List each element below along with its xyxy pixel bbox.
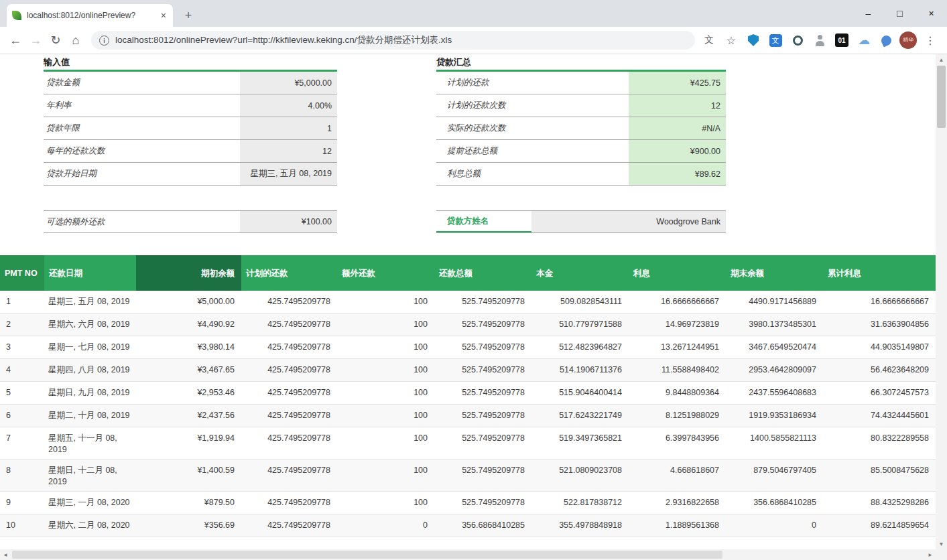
summary-row-label: 实际的还款次数 xyxy=(436,117,629,139)
table-cell: 3467.6549520474 xyxy=(726,336,823,358)
lender-row: 贷款方姓名 Woodgrove Bank xyxy=(436,210,726,233)
summary-row-label: 计划的还款次数 xyxy=(436,94,629,117)
summary-row: 提前还款总额¥900.00 xyxy=(436,140,726,163)
table-cell: 2.9316822658 xyxy=(629,492,726,514)
table-cell: 85.5008475628 xyxy=(823,460,936,491)
table-cell: 89.6214859654 xyxy=(823,514,936,537)
profile-avatar[interactable]: 精华 xyxy=(899,31,917,49)
table-cell: 13.2671244951 xyxy=(629,336,726,358)
extension-translate-icon[interactable]: 文 xyxy=(767,31,784,49)
table-cell: 31.6363904856 xyxy=(823,313,936,336)
table-cell: 9 xyxy=(0,492,44,514)
table-row: 5星期日, 九月 08, 2019¥2,953.46425.7495209778… xyxy=(0,382,936,405)
input-row: 年利率4.00% xyxy=(44,94,337,117)
table-cell: 355.4978848918 xyxy=(531,514,629,537)
horizontal-scrollbar[interactable]: ◄ ► xyxy=(0,549,936,560)
input-section: 输入值 贷款金额¥5,000.00年利率4.00%贷款年限1每年的还款次数12贷… xyxy=(44,56,337,233)
table-cell: 100 xyxy=(337,427,434,459)
table-cell: 1400.5855821113 xyxy=(726,427,823,459)
input-row-value: 1 xyxy=(240,117,337,139)
table-cell: 425.7495209778 xyxy=(241,359,337,381)
table-cell: 510.7797971588 xyxy=(531,313,629,336)
spreadsheet-preview: 输入值 贷款金额¥5,000.00年利率4.00%贷款年限1每年的还款次数12贷… xyxy=(0,54,947,560)
table-cell: 525.7495209778 xyxy=(434,359,531,381)
vertical-scroll-thumb[interactable] xyxy=(937,66,946,128)
extension-persona-icon[interactable] xyxy=(811,31,828,49)
back-icon[interactable]: ← xyxy=(5,30,25,50)
scroll-down-icon[interactable]: ▼ xyxy=(936,539,947,549)
minimize-button[interactable]: – xyxy=(853,0,884,27)
table-cell: 80.8322289558 xyxy=(823,427,936,459)
input-row-value: 12 xyxy=(240,140,337,162)
tab-close-icon[interactable]: × xyxy=(160,10,168,21)
vertical-scrollbar[interactable]: ▲ ▼ xyxy=(936,54,947,549)
table-cell: 425.7495209778 xyxy=(241,291,337,313)
extension-shield-icon[interactable] xyxy=(745,31,762,49)
table-cell: 星期一, 七月 08, 2019 xyxy=(44,336,136,358)
badge-01: 01 xyxy=(835,33,848,47)
summary-row-value: 12 xyxy=(629,94,726,117)
schedule-header-cell: 还款日期 xyxy=(44,255,136,291)
input-row: 每年的还款次数12 xyxy=(44,140,337,163)
kkfileview-favicon-icon xyxy=(12,11,21,20)
table-cell: 1919.9353186934 xyxy=(726,405,823,427)
table-cell: 525.7495209778 xyxy=(434,405,531,427)
table-cell: 425.7495209778 xyxy=(241,313,337,336)
table-cell: ¥1,400.59 xyxy=(136,460,241,491)
home-icon[interactable]: ⌂ xyxy=(66,30,86,50)
maximize-button[interactable]: □ xyxy=(884,0,916,27)
table-cell: 7 xyxy=(0,427,44,459)
browser-menu-icon[interactable]: ⋮ xyxy=(922,31,939,49)
table-cell: 1.1889561368 xyxy=(629,514,726,537)
url-text: localhost:8012/onlinePreview?url=http://… xyxy=(115,34,452,46)
scroll-left-icon[interactable]: ◄ xyxy=(0,549,11,560)
table-cell: 74.4324445601 xyxy=(823,405,936,427)
close-button[interactable]: × xyxy=(916,0,947,27)
input-rows: 贷款金额¥5,000.00年利率4.00%贷款年限1每年的还款次数12贷款开始日… xyxy=(44,72,337,186)
table-cell: 525.7495209778 xyxy=(434,460,531,491)
table-cell: 100 xyxy=(337,336,434,358)
table-cell: 2 xyxy=(0,313,44,336)
schedule-body: 1星期三, 五月 08, 2019¥5,000.00425.7495209778… xyxy=(0,291,936,537)
table-row: 7星期五, 十一月 08, 2019¥1,919.94425.749520977… xyxy=(0,427,936,460)
horizontal-scroll-thumb[interactable] xyxy=(12,551,722,559)
new-tab-button[interactable]: + xyxy=(180,7,197,24)
extension-bird-icon[interactable] xyxy=(877,31,895,49)
scroll-up-icon[interactable]: ▲ xyxy=(936,54,947,65)
summary-row: 实际的还款次数#N/A xyxy=(436,117,726,140)
table-cell: 512.4823964827 xyxy=(531,336,629,358)
table-cell: 星期六, 二月 08, 2020 xyxy=(44,514,136,537)
table-cell: 16.6666666667 xyxy=(629,291,726,313)
table-cell: 100 xyxy=(337,359,434,381)
bookmark-star-icon[interactable]: ☆ xyxy=(722,31,740,49)
summary-row-label: 计划的还款 xyxy=(436,72,629,94)
refresh-icon[interactable]: ↻ xyxy=(46,30,66,50)
table-cell: ¥879.50 xyxy=(136,492,241,514)
table-cell: 100 xyxy=(337,382,434,404)
table-cell: 100 xyxy=(337,405,434,427)
extension-01-badge-icon[interactable]: 01 xyxy=(833,31,850,49)
table-cell: 525.7495209778 xyxy=(434,313,531,336)
table-cell: 4.668618607 xyxy=(629,460,726,491)
table-cell: 3 xyxy=(0,336,44,358)
extension-cloud-icon[interactable]: ☁ xyxy=(855,31,873,49)
summary-section-title: 贷款汇总 xyxy=(436,56,726,70)
table-cell: 4 xyxy=(0,359,44,381)
table-row: 4星期四, 八月 08, 2019¥3,467.65425.7495209778… xyxy=(0,359,936,382)
table-cell: ¥4,490.92 xyxy=(136,313,241,336)
page-info-icon[interactable]: i xyxy=(99,36,109,46)
browser-tab[interactable]: localhost:8012/onlinePreview? × xyxy=(7,4,173,27)
table-cell: 356.6868410285 xyxy=(726,492,823,514)
extension-ring-icon[interactable] xyxy=(789,31,806,49)
summary-row: 计划的还款次数12 xyxy=(436,94,726,117)
table-cell: 100 xyxy=(337,313,434,336)
translate-icon[interactable]: 文 xyxy=(700,31,718,49)
table-row: 6星期二, 十月 08, 2019¥2,437.56425.7495209778… xyxy=(0,405,936,427)
summary-row-value: ¥89.62 xyxy=(629,163,726,185)
scroll-right-icon[interactable]: ► xyxy=(925,549,936,560)
table-cell: ¥3,980.14 xyxy=(136,336,241,358)
schedule-header-cell: 本金 xyxy=(531,255,629,291)
address-bar[interactable]: i localhost:8012/onlinePreview?url=http:… xyxy=(91,31,695,50)
table-cell: 星期四, 八月 08, 2019 xyxy=(44,359,136,381)
summary-row-label: 利息总额 xyxy=(436,163,629,185)
